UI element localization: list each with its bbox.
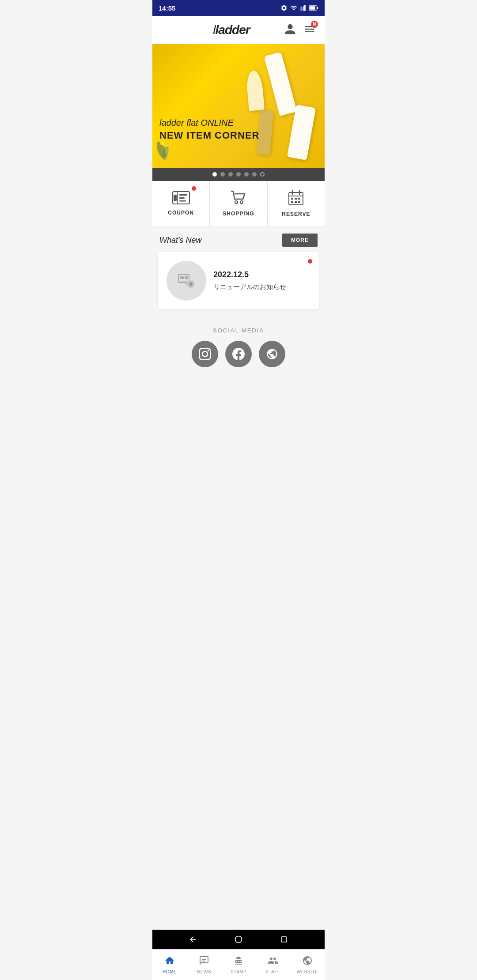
- coupon-label: COUPON: [168, 210, 194, 216]
- header-actions: N: [284, 23, 316, 37]
- social-media-title: SOCIAL MEDIA: [159, 327, 318, 334]
- banner-line2: NEW ITEM CORNER: [159, 130, 259, 141]
- dot-4[interactable]: [236, 172, 241, 177]
- dot-2[interactable]: [220, 172, 225, 177]
- facebook-icon: [232, 348, 245, 360]
- coupon-action[interactable]: COUPON: [152, 181, 210, 226]
- instagram-icon: [199, 348, 211, 360]
- placeholder-image-icon: [178, 272, 195, 290]
- svg-rect-11: [179, 200, 186, 202]
- svg-point-5: [160, 142, 164, 145]
- news-card[interactable]: 2022.12.5 リニューアルのお知らせ: [158, 252, 319, 309]
- bottle-2: [287, 105, 316, 160]
- banner-decoration: [152, 44, 325, 168]
- status-icons: [280, 4, 318, 11]
- svg-rect-9: [179, 194, 187, 196]
- menu-button[interactable]: N: [303, 23, 316, 37]
- hero-banner[interactable]: ladder flat ONLINE NEW ITEM CORNER: [152, 44, 325, 168]
- reserve-label: RESERVE: [282, 211, 310, 217]
- svg-point-14: [240, 201, 243, 204]
- app-logo: lladder: [213, 23, 250, 37]
- coupon-icon: [172, 191, 190, 206]
- svg-rect-19: [291, 198, 293, 200]
- coupon-notification-dot: [192, 186, 196, 191]
- reserve-action[interactable]: RESERVE: [268, 181, 325, 226]
- svg-rect-1: [317, 7, 318, 9]
- news-title: リニューアルのお知らせ: [213, 283, 310, 291]
- banner-line1: ladder flat ONLINE: [159, 118, 259, 128]
- dot-5[interactable]: [244, 172, 249, 177]
- globe-icon: [266, 348, 278, 360]
- status-time: 14:55: [159, 4, 175, 12]
- svg-rect-20: [295, 198, 297, 200]
- news-content: 2022.12.5 リニューアルのお知らせ: [213, 270, 310, 291]
- svg-rect-31: [189, 282, 193, 283]
- instagram-button[interactable]: [192, 341, 218, 367]
- svg-rect-10: [179, 197, 185, 199]
- dot-1[interactable]: [212, 172, 217, 177]
- signal-icon: [300, 4, 306, 11]
- dot-6[interactable]: [252, 172, 257, 177]
- news-new-dot: [308, 259, 312, 264]
- whats-new-title: What's New: [159, 236, 201, 245]
- quick-actions: COUPON SHOPPING: [152, 181, 325, 226]
- user-icon: [284, 23, 296, 35]
- profile-button[interactable]: [284, 23, 296, 37]
- settings-icon: [280, 4, 288, 11]
- shopping-label: SHOPPING: [223, 211, 254, 217]
- banner-text: ladder flat ONLINE NEW ITEM CORNER: [159, 118, 259, 141]
- svg-rect-21: [298, 198, 300, 200]
- social-media-section: SOCIAL MEDIA: [152, 317, 325, 378]
- bottle-3: [246, 70, 265, 111]
- reserve-icon: [288, 190, 304, 207]
- svg-point-30: [190, 283, 192, 285]
- svg-rect-23: [295, 201, 297, 203]
- svg-rect-22: [291, 201, 293, 203]
- status-bar: 14:55: [152, 0, 325, 16]
- carousel-dots: [152, 168, 325, 181]
- svg-rect-26: [180, 276, 184, 279]
- bottle-1: [264, 52, 297, 116]
- svg-rect-12: [174, 195, 177, 201]
- shopping-action[interactable]: SHOPPING: [210, 181, 267, 226]
- notification-badge: N: [311, 21, 318, 28]
- dot-3[interactable]: [228, 172, 233, 177]
- shopping-icon: [231, 190, 246, 207]
- dot-7[interactable]: [260, 172, 265, 177]
- news-date: 2022.12.5: [213, 270, 310, 279]
- battery-icon: [309, 5, 318, 11]
- news-thumbnail: [167, 261, 206, 301]
- svg-point-6: [165, 144, 168, 147]
- more-button[interactable]: MORE: [282, 234, 318, 247]
- svg-rect-24: [298, 201, 300, 203]
- svg-rect-27: [185, 276, 188, 279]
- wifi-icon: [290, 4, 297, 11]
- header: lladder N: [152, 16, 325, 44]
- svg-rect-2: [309, 6, 315, 10]
- whats-new-header: What's New MORE: [152, 226, 325, 252]
- banner-background: [152, 44, 325, 168]
- svg-point-13: [235, 201, 238, 204]
- social-icons: [159, 341, 318, 367]
- facebook-button[interactable]: [225, 341, 252, 367]
- website-button[interactable]: [259, 341, 285, 367]
